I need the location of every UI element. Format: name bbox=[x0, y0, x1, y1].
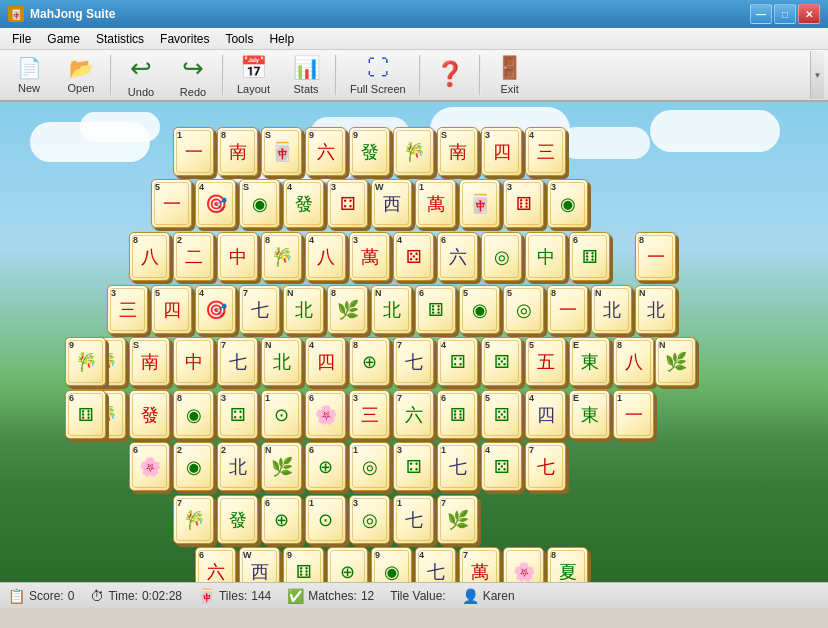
tile[interactable]: 4發 bbox=[283, 179, 324, 228]
tile[interactable]: 4四 bbox=[305, 337, 346, 386]
tile[interactable]: 5五 bbox=[525, 337, 566, 386]
tile[interactable]: 3三 bbox=[349, 390, 390, 439]
tile[interactable]: N北 bbox=[371, 285, 412, 334]
minimize-button[interactable]: — bbox=[750, 4, 772, 24]
tile[interactable]: 4⚄ bbox=[393, 232, 434, 281]
undo-button[interactable]: ↩ Undo bbox=[116, 52, 166, 98]
tile[interactable]: 8八 bbox=[613, 337, 654, 386]
tile[interactable]: 4⚃ bbox=[437, 337, 478, 386]
tile[interactable]: 3⚃ bbox=[327, 179, 368, 228]
tile[interactable]: 5◎ bbox=[503, 285, 544, 334]
menu-help[interactable]: Help bbox=[261, 30, 302, 48]
tile[interactable]: 9◉ bbox=[371, 547, 412, 582]
open-button[interactable]: 📂 Open bbox=[56, 52, 106, 98]
tile[interactable]: N北 bbox=[591, 285, 632, 334]
menu-game[interactable]: Game bbox=[39, 30, 88, 48]
tile[interactable]: W西 bbox=[239, 547, 280, 582]
tile[interactable]: 中 bbox=[217, 232, 258, 281]
tile[interactable]: 7七 bbox=[239, 285, 280, 334]
tile[interactable]: 3三 bbox=[107, 285, 148, 334]
tile[interactable]: 發 bbox=[129, 390, 170, 439]
tile[interactable]: 8🌿 bbox=[327, 285, 368, 334]
tile[interactable]: 3⚃ bbox=[217, 390, 258, 439]
menu-favorites[interactable]: Favorites bbox=[152, 30, 217, 48]
tile[interactable]: 8一 bbox=[547, 285, 588, 334]
tile[interactable]: 3萬 bbox=[349, 232, 390, 281]
layout-button[interactable]: 📅 Layout bbox=[228, 52, 279, 98]
tile[interactable]: 8八 bbox=[129, 232, 170, 281]
tile[interactable]: 4⚄ bbox=[481, 442, 522, 491]
tile[interactable]: 1萬 bbox=[415, 179, 456, 228]
tile[interactable]: 2北 bbox=[217, 442, 258, 491]
close-button[interactable]: ✕ bbox=[798, 4, 820, 24]
tile[interactable]: 6六 bbox=[195, 547, 236, 582]
toolbar-overflow[interactable]: ▼ bbox=[810, 51, 824, 99]
new-button[interactable]: 📄 New bbox=[4, 52, 54, 98]
tile[interactable]: 1七 bbox=[437, 442, 478, 491]
tile[interactable]: N北 bbox=[635, 285, 676, 334]
tile[interactable]: 6⚅ bbox=[437, 390, 478, 439]
tile[interactable]: N🌿 bbox=[261, 442, 302, 491]
tile[interactable]: 6⚅ bbox=[569, 232, 610, 281]
tile[interactable]: ⊕ bbox=[327, 547, 368, 582]
tile[interactable]: 1⊙ bbox=[261, 390, 302, 439]
tile[interactable]: 2◉ bbox=[173, 442, 214, 491]
tile[interactable]: S🀄 bbox=[261, 127, 302, 176]
tile[interactable]: 1七 bbox=[393, 495, 434, 544]
tile[interactable]: 5四 bbox=[151, 285, 192, 334]
maximize-button[interactable]: □ bbox=[774, 4, 796, 24]
tile[interactable]: 6⚅ bbox=[415, 285, 456, 334]
tile[interactable]: 8夏 bbox=[547, 547, 588, 582]
tile[interactable]: 4八 bbox=[305, 232, 346, 281]
tile[interactable]: E東 bbox=[569, 390, 610, 439]
tile[interactable]: 7七 bbox=[393, 337, 434, 386]
tile[interactable]: 發 bbox=[217, 495, 258, 544]
help-button[interactable]: ❓ bbox=[425, 52, 475, 98]
tile[interactable]: 中 bbox=[525, 232, 566, 281]
tile[interactable]: 1一 bbox=[173, 127, 214, 176]
fullscreen-button[interactable]: ⛶ Full Screen bbox=[341, 52, 415, 98]
tile[interactable]: 5一 bbox=[151, 179, 192, 228]
tile[interactable]: 3◉ bbox=[547, 179, 588, 228]
tile[interactable]: 8一 bbox=[635, 232, 676, 281]
exit-button[interactable]: 🚪 Exit bbox=[485, 52, 535, 98]
redo-button[interactable]: ↪ Redo bbox=[168, 52, 218, 98]
tile[interactable]: 5◉ bbox=[459, 285, 500, 334]
tile[interactable]: S南 bbox=[129, 337, 170, 386]
tile[interactable]: N🌿 bbox=[655, 337, 696, 386]
tile[interactable]: 3⚃ bbox=[393, 442, 434, 491]
tile[interactable]: 9⚅ bbox=[283, 547, 324, 582]
tile[interactable]: 6⊕ bbox=[305, 442, 346, 491]
tile[interactable]: 4四 bbox=[525, 390, 566, 439]
tile[interactable]: 6⚅ bbox=[65, 390, 106, 439]
tile[interactable]: 🀄 bbox=[459, 179, 500, 228]
tile[interactable]: 2二 bbox=[173, 232, 214, 281]
tile[interactable]: 8◉ bbox=[173, 390, 214, 439]
tile[interactable]: 🎋 bbox=[393, 127, 434, 176]
tile[interactable]: 6⊕ bbox=[261, 495, 302, 544]
tile[interactable]: 7🌿 bbox=[437, 495, 478, 544]
tile[interactable]: 8南 bbox=[217, 127, 258, 176]
tile[interactable]: 8🎋 bbox=[261, 232, 302, 281]
tile[interactable]: 7萬 bbox=[459, 547, 500, 582]
tile[interactable]: E東 bbox=[569, 337, 610, 386]
tile[interactable]: 7六 bbox=[393, 390, 434, 439]
tile[interactable]: 4🎯 bbox=[195, 179, 236, 228]
tile[interactable]: S◉ bbox=[239, 179, 280, 228]
tile[interactable]: 🌸 bbox=[503, 547, 544, 582]
tile[interactable]: 3◎ bbox=[349, 495, 390, 544]
menu-tools[interactable]: Tools bbox=[217, 30, 261, 48]
tile[interactable]: 7七 bbox=[217, 337, 258, 386]
tile[interactable]: 3四 bbox=[481, 127, 522, 176]
tile[interactable]: N北 bbox=[261, 337, 302, 386]
menu-file[interactable]: File bbox=[4, 30, 39, 48]
menu-statistics[interactable]: Statistics bbox=[88, 30, 152, 48]
tile[interactable]: 3⚅ bbox=[503, 179, 544, 228]
tile[interactable]: 4三 bbox=[525, 127, 566, 176]
tile[interactable]: 9🎋 bbox=[65, 337, 106, 386]
tile[interactable]: 9發 bbox=[349, 127, 390, 176]
tile[interactable]: 6六 bbox=[437, 232, 478, 281]
tile[interactable]: 8⊕ bbox=[349, 337, 390, 386]
tile[interactable]: W西 bbox=[371, 179, 412, 228]
tile[interactable]: 9六 bbox=[305, 127, 346, 176]
